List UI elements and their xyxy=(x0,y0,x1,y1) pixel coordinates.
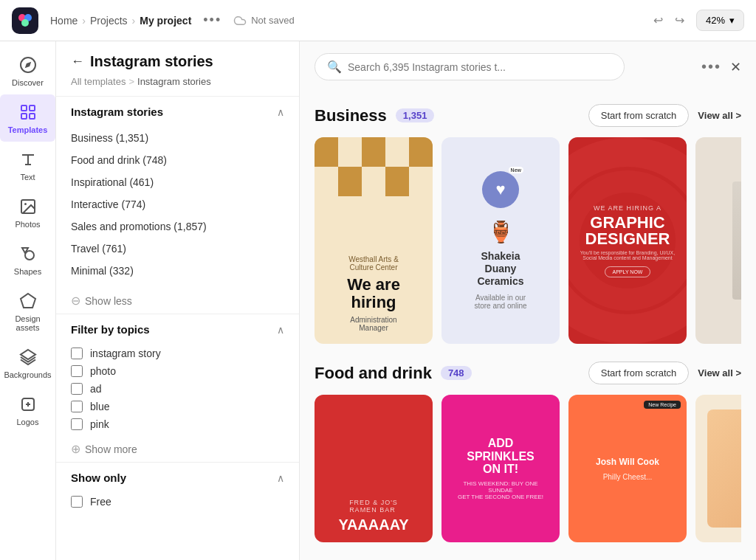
category-travel[interactable]: Travel (761) xyxy=(71,238,284,260)
category-list: Business (1,351) Food and drink (748) In… xyxy=(56,127,299,288)
food-card-3[interactable]: New Recipe Josh Will Cook Philly Cheest.… xyxy=(568,395,687,542)
main-layout: Discover Templates Text xyxy=(0,41,756,560)
food-sub: THIS WEEKEND: BUY ONE SUNDAEGET THE SECO… xyxy=(450,480,551,500)
new-recipe-badge: New Recipe xyxy=(644,401,681,409)
restaurant-name: FRED & JO'SRAMEN BAR xyxy=(349,499,398,514)
search-icon: 🔍 xyxy=(327,60,342,74)
vase-icon: 🏺 xyxy=(488,220,514,244)
yay-text: YAAAAAY xyxy=(338,516,408,533)
diamond-icon xyxy=(18,291,38,311)
category-food-drink[interactable]: Food and drink (748) xyxy=(71,149,284,171)
show-only-free[interactable]: Free xyxy=(71,496,284,508)
topics-chevron-icon: ∧ xyxy=(277,324,284,336)
food-actions: Start from scratch View all > xyxy=(588,362,741,384)
sidebar-item-templates[interactable]: Templates xyxy=(0,94,55,142)
business-count-badge: 1,351 xyxy=(396,108,435,122)
biz-sub: Available in ourstore and online xyxy=(474,294,526,310)
topic-checkbox-ad[interactable] xyxy=(71,383,83,395)
food-cards-row: FRED & JO'SRAMEN BAR YAAAAAY ADDSPRINKLE… xyxy=(315,395,741,542)
food-section-title: Food and drink xyxy=(315,364,432,383)
sidebar-label-photos: Photos xyxy=(15,220,40,229)
sidebar-item-photos[interactable]: Photos xyxy=(0,189,55,236)
svg-marker-4 xyxy=(24,62,30,68)
topic-checkbox-pink[interactable] xyxy=(71,418,83,430)
food-card-1[interactable]: FRED & JO'SRAMEN BAR YAAAAAY xyxy=(315,395,433,542)
business-actions: Start from scratch View all > xyxy=(588,104,741,127)
image-icon xyxy=(18,196,38,217)
show-more-button[interactable]: ⊕ Show more xyxy=(56,436,299,462)
redo-button[interactable]: ↪ xyxy=(672,10,687,30)
apply-button: APPLY NOW xyxy=(605,266,651,277)
close-panel-button[interactable]: ✕ xyxy=(730,59,741,75)
sidebar-item-backgrounds[interactable]: Backgrounds xyxy=(0,339,55,387)
app-logo[interactable] xyxy=(12,7,38,34)
search-bar-row: 🔍 ••• ✕ xyxy=(300,41,756,92)
category-minimal[interactable]: Minimal (332) xyxy=(71,260,284,282)
show-only-list: Free xyxy=(56,493,299,514)
business-section-title: Business xyxy=(315,106,387,125)
food-start-scratch-button[interactable]: Start from scratch xyxy=(588,362,690,384)
show-only-chevron-icon: ∧ xyxy=(277,472,284,484)
business-card-2[interactable]: ♥ New 🏺 ShakeiaDuanyCeramics Available i… xyxy=(441,137,560,344)
breadcrumb-current-filter: Instagram stories xyxy=(137,76,211,87)
sidebar-item-design-assets[interactable]: Design assets xyxy=(0,283,55,339)
breadcrumb-projects[interactable]: Projects xyxy=(90,15,128,27)
back-button[interactable]: ← xyxy=(71,54,84,69)
topic-instagram-story[interactable]: instagram story xyxy=(71,348,284,359)
business-view-all-button[interactable]: View all > xyxy=(698,110,741,121)
card-company-name: Westhall Arts &Culture Center xyxy=(347,255,400,272)
topic-photo[interactable]: photo xyxy=(71,365,284,377)
topics-list: instagram story photo ad blue pink xyxy=(56,345,299,436)
panel-title: Instagram stories xyxy=(90,53,213,70)
category-business[interactable]: Business (1,351) xyxy=(71,127,284,149)
topbar-more-button[interactable]: ••• xyxy=(203,13,221,28)
business-card-3[interactable]: WE ARE HIRING A GRAPHICDESIGNER You'll b… xyxy=(568,137,687,344)
sidebar-item-shapes[interactable]: Shapes xyxy=(0,236,55,283)
sidebar-item-text[interactable]: Text xyxy=(0,142,55,189)
topic-checkbox-photo[interactable] xyxy=(71,365,83,377)
business-start-scratch-button[interactable]: Start from scratch xyxy=(588,104,690,127)
food-card-4[interactable] xyxy=(695,395,741,542)
cloud-save-status: Not saved xyxy=(233,14,295,27)
badge-icon xyxy=(18,394,38,415)
sidebar-label-text: Text xyxy=(20,173,35,182)
zoom-chevron-icon: ▾ xyxy=(729,15,735,26)
content-area: 🔍 ••• ✕ Business 1,351 Start from scratc… xyxy=(300,41,756,560)
zoom-button[interactable]: 42% ▾ xyxy=(696,10,744,31)
filter-scroll-area: Instagram stories ∧ Business (1,351) Foo… xyxy=(56,96,299,560)
svg-rect-8 xyxy=(30,114,35,119)
show-less-button[interactable]: ⊖ Show less xyxy=(56,288,299,314)
filter-breadcrumb: All templates > Instagram stories xyxy=(56,76,299,96)
search-input[interactable] xyxy=(348,61,612,73)
food-view-all-button[interactable]: View all > xyxy=(698,367,741,378)
topic-checkbox-blue[interactable] xyxy=(71,401,83,412)
business-card-1[interactable]: Westhall Arts &Culture Center We arehiri… xyxy=(315,137,433,344)
food-card-2[interactable]: ADDSPRINKLESON IT! THIS WEEKEND: BUY ONE… xyxy=(441,395,560,542)
business-card-4[interactable] xyxy=(695,137,741,344)
breadcrumb-home[interactable]: Home xyxy=(50,15,78,27)
svg-rect-6 xyxy=(30,106,35,111)
search-more-button[interactable]: ••• xyxy=(701,58,721,75)
free-checkbox[interactable] xyxy=(71,496,83,508)
sidebar-item-discover[interactable]: Discover xyxy=(0,47,55,94)
sidebar-item-logos[interactable]: Logos xyxy=(0,387,55,434)
not-saved-label: Not saved xyxy=(251,15,295,26)
category-inspirational[interactable]: Inspirational (461) xyxy=(71,171,284,193)
show-less-label: Show less xyxy=(85,295,132,307)
show-only-section-header[interactable]: Show only ∧ xyxy=(56,463,299,493)
topic-checkbox-instagram[interactable] xyxy=(71,348,83,359)
category-sales[interactable]: Sales and promotions (1,857) xyxy=(71,215,284,238)
topic-pink[interactable]: pink xyxy=(71,418,284,430)
breadcrumb-sep2: › xyxy=(132,15,136,27)
topbar: Home › Projects › My project ••• Not sav… xyxy=(0,0,756,41)
breadcrumb-all-templates[interactable]: All templates xyxy=(71,76,126,87)
instagram-section-header[interactable]: Instagram stories ∧ xyxy=(56,97,299,127)
sidebar-label-backgrounds: Backgrounds xyxy=(4,370,51,379)
undo-button[interactable]: ↩ xyxy=(650,10,666,30)
compass-icon xyxy=(18,55,38,75)
topics-section-header[interactable]: Filter by topics ∧ xyxy=(56,314,299,345)
category-interactive[interactable]: Interactive (774) xyxy=(71,193,284,215)
topic-ad[interactable]: ad xyxy=(71,383,284,395)
breadcrumb-sep: > xyxy=(128,76,134,87)
topic-blue[interactable]: blue xyxy=(71,401,284,412)
